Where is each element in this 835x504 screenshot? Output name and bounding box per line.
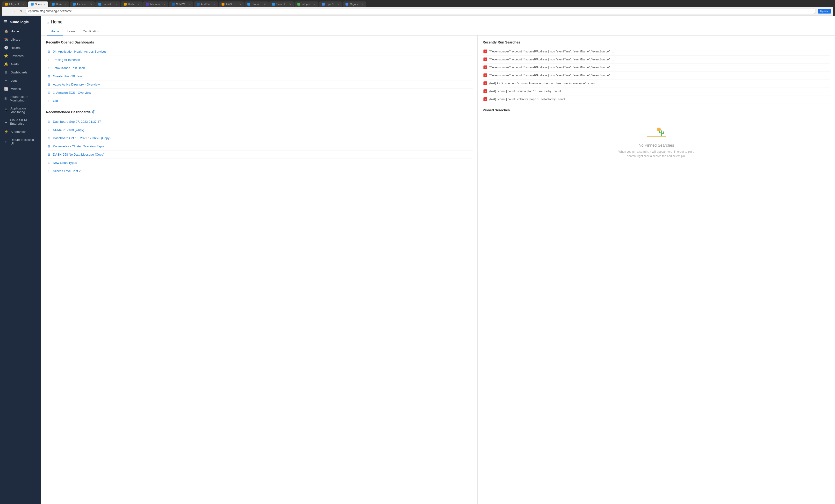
browser-tab-addpa[interactable]: Add Pa...✕ bbox=[194, 1, 218, 7]
sidebar-item-cloud[interactable]: ☁Cloud SIEM Enterprise bbox=[0, 116, 41, 127]
dashboard-name: Jofox Kanso Test Dash bbox=[53, 66, 85, 70]
sidebar-item-logs[interactable]: ≡Logs bbox=[0, 76, 41, 84]
recommended-item[interactable]: ⊞SUMO-212489 (Copy) bbox=[46, 126, 473, 134]
recommended-item[interactable]: ⊞New Chart Types bbox=[46, 159, 473, 167]
search-item[interactable]: ≡"\"eventsource\"" account=* sourceIPAdd… bbox=[483, 56, 830, 63]
browser-tab-market[interactable]: Marketo...✕ bbox=[143, 1, 168, 7]
sidebar-item-favorites[interactable]: ⭐Favorites bbox=[0, 52, 41, 60]
recommended-item[interactable]: ⊞Dashboard Sep 07, 2023 01:37:37 bbox=[46, 118, 473, 126]
search-item[interactable]: ≡(test) | count | count _collector | top… bbox=[483, 96, 830, 103]
page-tabs: HomeLearnCertification bbox=[47, 27, 829, 35]
menu-icon[interactable]: ☰ bbox=[4, 20, 7, 24]
recommended-item[interactable]: ⊞Kubernetes - Cluster Overview Export bbox=[46, 142, 473, 150]
sidebar-icon-favorites: ⭐ bbox=[4, 54, 8, 58]
sidebar-item-library[interactable]: 📚Library bbox=[0, 35, 41, 43]
search-item[interactable]: ≡"\"eventsource\"" account=* sourceIPAdd… bbox=[483, 47, 830, 56]
sidebar-item-dashboards[interactable]: ⊞Dashboards bbox=[0, 68, 41, 76]
browser-tab-produ[interactable]: Produc...✕ bbox=[245, 1, 269, 7]
search-item[interactable]: ≡"\"eventsource\"" account=* sourceIPAdd… bbox=[483, 63, 830, 72]
search-item[interactable]: ≡(test) AND _source = "custom_timezone_w… bbox=[483, 80, 830, 87]
recommended-item[interactable]: ⊞DASH-258 No Data Message (Copy) bbox=[46, 150, 473, 159]
search-item[interactable]: ≡(test) | count | count _source | top 10… bbox=[483, 87, 830, 96]
sidebar: ☰ sumo logic 🏠Home📚Library🕐Recent⭐Favori… bbox=[0, 16, 41, 504]
sidebar-icon-appmon: 📱 bbox=[4, 108, 8, 112]
search-text: "\"eventsource\"" account=* sourceIPAddr… bbox=[489, 66, 615, 69]
browser-tabs: FAQ - U...✕Sumo✕Home✕Incomin...✕Sumo L..… bbox=[2, 1, 833, 7]
dashboard-item[interactable]: ⊞Jofox Kanso Test Dash bbox=[46, 64, 473, 72]
browser-tab-s3m[interactable]: S3M W...✕ bbox=[169, 1, 193, 7]
rec-dashboard-name: SUMO-212489 (Copy) bbox=[53, 128, 84, 132]
main-content: ⌂ Home HomeLearnCertification Recently O… bbox=[41, 16, 835, 504]
search-icon: ≡ bbox=[484, 65, 487, 69]
browser-tab-tips[interactable]: Tips &...✕ bbox=[319, 1, 342, 7]
dashboard-item[interactable]: ⊞1. Amazon ECS - Overview bbox=[46, 89, 473, 97]
search-icon: ≡ bbox=[484, 81, 487, 85]
sidebar-icon-cloud: ☁ bbox=[4, 120, 7, 124]
dashboard-item[interactable]: ⊞Greater than 30 days bbox=[46, 72, 473, 80]
sidebar-label-cloud: Cloud SIEM Enterprise bbox=[10, 118, 37, 125]
search-icon: ≡ bbox=[484, 97, 487, 101]
recommended-item[interactable]: ⊞Access Level Test 2 bbox=[46, 167, 473, 175]
recently-run-title: Recently Run Searches bbox=[483, 40, 830, 44]
page-tab-certification[interactable]: Certification bbox=[79, 27, 103, 36]
browser-tab-organi[interactable]: Organi...✕ bbox=[343, 1, 366, 7]
browser-tab-unified[interactable]: Unified✕ bbox=[121, 1, 143, 7]
svg-rect-1 bbox=[647, 136, 666, 137]
recommended-list: ⊞Dashboard Sep 07, 2023 01:37:37⊞SUMO-21… bbox=[46, 118, 473, 175]
page-tab-learn[interactable]: Learn bbox=[63, 27, 79, 36]
recently-run-list: ≡"\"eventsource\"" account=* sourceIPAdd… bbox=[483, 47, 830, 103]
page-tab-home[interactable]: Home bbox=[47, 27, 63, 36]
dashboard-item[interactable]: ⊞Tracing APIs health bbox=[46, 56, 473, 64]
rec-dashboard-icon: ⊞ bbox=[48, 128, 50, 132]
dashboard-item[interactable]: ⊞Azure Active Directory - Overview bbox=[46, 80, 473, 89]
dashboard-icon: ⊞ bbox=[48, 83, 50, 86]
sidebar-icon-recent: 🕐 bbox=[4, 46, 8, 49]
no-pinned-container: No Pinned Searches When you pin a search… bbox=[483, 116, 830, 168]
browser-tab-sumol2[interactable]: Sumo L...✕ bbox=[269, 1, 294, 7]
browser-tab-awsev[interactable]: AWS Ev...✕ bbox=[219, 1, 244, 7]
sidebar-item-recent[interactable]: 🕐Recent bbox=[0, 43, 41, 52]
dashboard-icon: ⊞ bbox=[48, 91, 50, 95]
no-pinned-desc: When you pin a search, it will appear he… bbox=[618, 149, 695, 158]
dashboard-icon: ⊞ bbox=[48, 50, 50, 54]
sidebar-item-automation[interactable]: ⚡Automation bbox=[0, 127, 41, 136]
dashboard-name: 04. Application Health Across Services bbox=[53, 50, 106, 54]
browser-tab-incoming[interactable]: Incomin...✕ bbox=[70, 1, 95, 7]
sidebar-label-home: Home bbox=[11, 29, 19, 33]
rec-dashboard-icon: ⊞ bbox=[48, 161, 50, 164]
page-header: ⌂ Home HomeLearnCertification bbox=[41, 16, 835, 36]
browser-tab-sumol[interactable]: Sumo L...✕ bbox=[96, 1, 120, 7]
browser-toolbar: ← → ↻ epddata.stag.sumologic.net/home Up… bbox=[2, 7, 833, 16]
refresh-button[interactable]: ↻ bbox=[18, 9, 23, 14]
sidebar-item-infra[interactable]: 🖥Infrastructure Monitoring bbox=[0, 93, 41, 104]
browser-tab-sumo[interactable]: Sumo✕ bbox=[28, 1, 48, 7]
sidebar-item-appmon[interactable]: 📱Application Monitoring bbox=[0, 104, 41, 116]
sidebar-label-dashboards: Dashboards bbox=[11, 70, 27, 74]
dashboard-item[interactable]: ⊞04. Application Health Across Services bbox=[46, 47, 473, 56]
sidebar-item-home[interactable]: 🏠Home bbox=[0, 27, 41, 35]
sidebar-item-metrics[interactable]: 📈Metrics bbox=[0, 84, 41, 93]
back-button[interactable]: ← bbox=[4, 9, 9, 14]
no-pinned-title: No Pinned Searches bbox=[638, 143, 674, 148]
sidebar-item-alerts[interactable]: 🔔Alerts bbox=[0, 60, 41, 68]
recommended-item[interactable]: ⊞Dashboard Oct 18, 2022 12:36:28 (Copy) bbox=[46, 134, 473, 142]
search-icon: ≡ bbox=[484, 49, 487, 54]
sidebar-label-infra: Infrastructure Monitoring bbox=[10, 95, 38, 102]
update-button[interactable]: Update bbox=[818, 9, 831, 14]
svg-rect-2 bbox=[661, 130, 662, 136]
sidebar-item-return[interactable]: ↩Return to classic UI bbox=[0, 136, 41, 147]
browser-tab-home[interactable]: Home✕ bbox=[49, 1, 69, 7]
search-item[interactable]: ≡"\"eventsource\"" account=* sourceIPAdd… bbox=[483, 72, 830, 80]
forward-button[interactable]: → bbox=[11, 9, 16, 14]
dashboard-icon: ⊞ bbox=[48, 99, 50, 103]
rec-dashboard-icon: ⊞ bbox=[48, 153, 50, 156]
search-icon: ≡ bbox=[484, 58, 487, 61]
browser-tab-tabgro[interactable]: tab gro...✕ bbox=[294, 1, 319, 7]
dashboard-name: Azure Active Directory - Overview bbox=[53, 83, 100, 86]
browser-tab-faq[interactable]: FAQ - U...✕ bbox=[2, 1, 27, 7]
address-bar[interactable]: epddata.stag.sumologic.net/home bbox=[25, 8, 816, 14]
dashboard-item[interactable]: ⊞Old bbox=[46, 97, 473, 105]
recently-opened-title: Recently Opened Dashboards bbox=[46, 40, 473, 44]
search-text: (test) AND _source = "custom_timezone_wh… bbox=[489, 82, 595, 85]
info-icon[interactable]: ⓘ bbox=[92, 110, 95, 114]
